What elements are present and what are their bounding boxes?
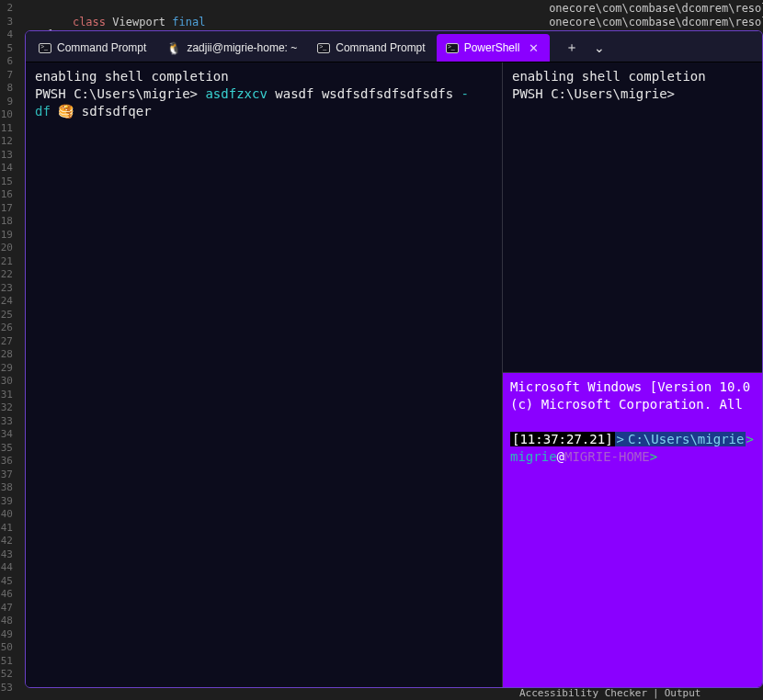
close-icon[interactable]: ✕ bbox=[529, 41, 539, 55]
editor-side-paths: onecore\com\combase\dcomrem\resolve onec… bbox=[549, 2, 763, 28]
path-line-2: onecore\com\combase\dcomrem\resolve bbox=[549, 16, 763, 29]
left-line-3: df 🥞 sdfsdfqer bbox=[35, 103, 493, 120]
tab-label-2: zadjii@migrie-home: ~ bbox=[187, 41, 297, 54]
tab-label-1: Command Prompt bbox=[57, 41, 146, 54]
left-prompt: PWSH C:\Users\migrie> bbox=[35, 86, 205, 101]
rt-line-1: enabling shell completion bbox=[512, 68, 753, 85]
left-cmd-token-2: wasdf wsdfsdfsdfsdfsdfs bbox=[268, 86, 461, 101]
left-cont-dash: - bbox=[461, 86, 469, 101]
pancake-emoji: 🥞 bbox=[58, 104, 74, 119]
tab-dropdown-button[interactable]: ⌄ bbox=[586, 34, 612, 62]
tab-powershell[interactable]: PowerShell ✕ bbox=[437, 34, 551, 62]
class-name: Viewport bbox=[106, 16, 172, 28]
rb-at: @ bbox=[557, 449, 564, 464]
editor-gutter: 2345678910111213141516171819202122232425… bbox=[0, 0, 17, 700]
rt-prompt: PWSH C:\Users\migrie> bbox=[512, 85, 753, 103]
left-cont-2: sdfsdfqer bbox=[74, 104, 151, 119]
keyword-final: final bbox=[172, 16, 205, 28]
rb-path: C:\Users\migrie bbox=[626, 432, 746, 446]
rb-timestamp: [11:37:27.21] bbox=[510, 432, 615, 446]
rb-arrow-3: > bbox=[650, 449, 657, 464]
status-accessibility: Accessibility Checker bbox=[519, 687, 647, 699]
rb-blank bbox=[510, 413, 755, 431]
pane-left[interactable]: enabling shell completion PWSH C:\Users\… bbox=[26, 62, 503, 687]
powershell-icon bbox=[446, 43, 459, 53]
cmd-icon bbox=[317, 43, 330, 53]
rb-prompt-line: [11:37:27.21]>C:\Users\migrie> bbox=[510, 431, 755, 448]
status-output: Output bbox=[665, 687, 701, 699]
cmd-icon bbox=[39, 43, 51, 53]
pane-right-bottom[interactable]: Microsoft Windows [Version 10.0 (c) Micr… bbox=[503, 373, 762, 687]
tab-label-4: PowerShell bbox=[464, 41, 520, 54]
terminal-window: Command Prompt 🐧 zadjii@migrie-home: ~ C… bbox=[25, 30, 763, 688]
tux-icon: 🐧 bbox=[166, 41, 181, 55]
rb-arrow-2: > bbox=[746, 432, 753, 446]
path-line-1: onecore\com\combase\dcomrem\resolve bbox=[549, 2, 763, 16]
tab-linux[interactable]: 🐧 zadjii@migrie-home: ~ bbox=[157, 34, 308, 62]
left-line-1: enabling shell completion bbox=[35, 68, 493, 85]
rb-host: MIGRIE-HOME bbox=[564, 449, 650, 464]
new-tab-button[interactable]: ＋ bbox=[559, 34, 585, 62]
rb-line-1: Microsoft Windows [Version 10.0 bbox=[510, 378, 755, 396]
keyword-class: class bbox=[73, 16, 106, 28]
left-line-2: PWSH C:\Users\migrie> asdfzxcv wasdf wsd… bbox=[35, 85, 493, 103]
pane-right-top[interactable]: enabling shell completion PWSH C:\Users\… bbox=[503, 62, 762, 373]
pane-right-column: enabling shell completion PWSH C:\Users\… bbox=[503, 62, 762, 687]
rb-line-2: (c) Microsoft Corporation. All bbox=[510, 396, 755, 413]
pane-grid: enabling shell completion PWSH C:\Users\… bbox=[26, 62, 762, 687]
tab-actions: ＋ ⌄ bbox=[559, 34, 612, 62]
rb-userhost-line: migrie@MIGRIE-HOME> bbox=[510, 448, 755, 466]
chevron-down-icon: ⌄ bbox=[594, 40, 605, 55]
tab-command-prompt-1[interactable]: Command Prompt bbox=[29, 34, 157, 62]
left-cont-df: df bbox=[35, 104, 58, 119]
tab-bar: Command Prompt 🐧 zadjii@migrie-home: ~ C… bbox=[26, 31, 762, 62]
rb-user: migrie bbox=[510, 449, 557, 464]
tab-label-3: Command Prompt bbox=[336, 41, 425, 54]
status-sep: | bbox=[653, 687, 659, 699]
left-cmd-token-1: asdfzxcv bbox=[205, 86, 267, 101]
rb-arrow-1: > bbox=[615, 432, 626, 446]
tab-command-prompt-2[interactable]: Command Prompt bbox=[308, 34, 436, 62]
